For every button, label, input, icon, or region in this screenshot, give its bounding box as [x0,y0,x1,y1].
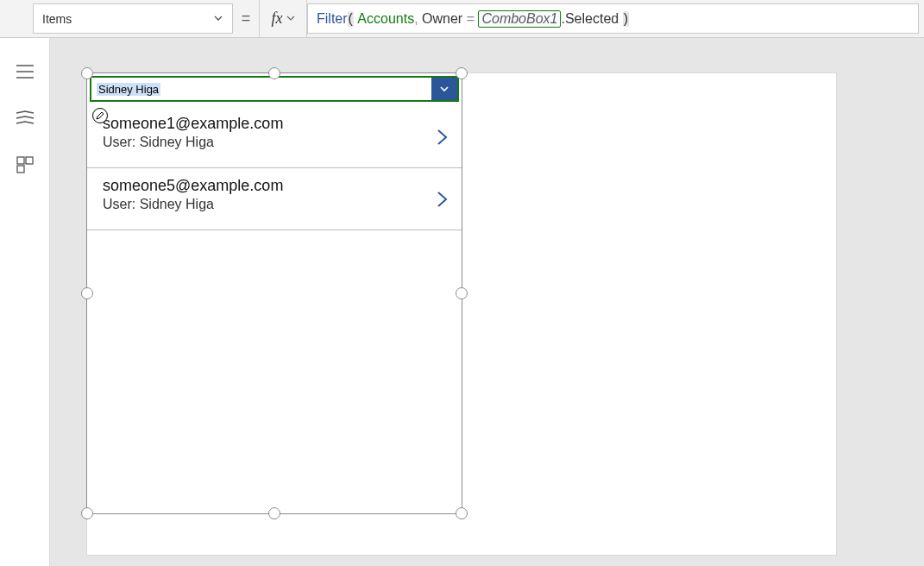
chevron-right-icon[interactable] [434,189,449,213]
list-item-title: someone5@example.com [103,177,283,195]
combobox-toggle[interactable] [431,78,457,100]
combobox-text: Sidney Higa [91,78,431,100]
list-item-subtitle: User: Sidney Higa [103,197,283,212]
formula-token-comma: , [414,11,422,27]
list-item[interactable]: someone5@example.com User: Sidney Higa [87,168,462,230]
fx-button[interactable]: fx [259,0,307,37]
formula-token-paren-close: ) [623,11,629,27]
chevron-down-icon [438,83,450,95]
formula-token-func: Filter [317,11,348,27]
resize-handle[interactable] [81,287,93,299]
resize-handle[interactable] [456,287,468,299]
fx-icon: fx [272,9,283,28]
gallery-control[interactable]: Sidney Higa someone1@example.com User: S… [87,73,462,513]
resize-handle[interactable] [456,507,468,519]
formula-token-paren-open: ( [348,11,354,27]
formula-input[interactable]: Filter( Accounts, Owner = ComboBox1.Sele… [307,3,919,34]
resize-handle[interactable] [81,67,93,79]
svg-rect-2 [17,166,24,173]
tree-view-icon[interactable] [16,109,35,128]
formula-token-arg1: Accounts [357,11,414,27]
resize-handle[interactable] [268,67,280,79]
list-item[interactable]: someone1@example.com User: Sidney Higa [87,106,462,168]
canvas-area[interactable]: Sidney Higa someone1@example.com User: S… [50,38,924,566]
resize-handle[interactable] [81,507,93,519]
svg-rect-1 [26,157,33,164]
property-selector[interactable]: Items [33,3,233,34]
formula-bar: Items = fx Filter( Accounts, Owner = Com… [0,0,924,38]
app-canvas[interactable]: Sidney Higa someone1@example.com User: S… [86,72,837,556]
svg-rect-0 [17,157,24,164]
hamburger-icon[interactable] [16,62,35,81]
resize-handle[interactable] [456,67,468,79]
equals-label: = [233,0,259,37]
chevron-down-icon [286,14,295,24]
property-selector-label: Items [42,12,72,26]
formula-token-owner: Owner [422,11,462,27]
components-icon[interactable] [16,155,35,174]
combobox-selected-value: Sidney Higa [97,83,160,96]
chevron-down-icon [213,12,223,26]
formula-token-prop: .Selected [561,11,619,27]
list-item-subtitle: User: Sidney Higa [103,135,283,150]
gallery-list: someone1@example.com User: Sidney Higa s… [87,106,462,230]
chevron-right-icon[interactable] [434,127,449,151]
combobox[interactable]: Sidney Higa [90,76,459,102]
list-item-title: someone1@example.com [103,115,283,133]
resize-handle[interactable] [268,507,280,519]
left-rail [0,38,50,566]
formula-token-eq: = [467,11,475,27]
edit-template-icon[interactable] [92,108,108,123]
formula-token-ref: ComboBox1 [478,10,561,28]
